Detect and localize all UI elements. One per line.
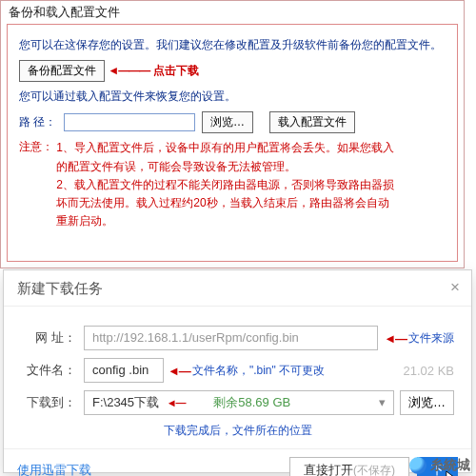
open-button-label: 直接打开 [304, 463, 353, 476]
tab-backup-restore[interactable]: 备份和载入配置文件 [1, 1, 464, 24]
open-button[interactable]: 直接打开(不保存) [289, 457, 409, 476]
dialog-header: 新建下载任务 × [4, 270, 471, 307]
arrow-icon: ◄— [168, 364, 190, 378]
dialog-footer: 使用迅雷下载 直接打开(不保存) 下 [4, 448, 471, 476]
file-size: 21.02 KB [404, 364, 455, 378]
filename-label: 文件名： [21, 362, 76, 379]
config-panel: 备份和载入配置文件 您可以在这保存您的设置。我们建议您在修改配置及升级软件前备份… [0, 0, 465, 268]
restore-text: 您可以通过载入配置文件来恢复您的设置。 [19, 88, 446, 106]
intro-text: 您可以在这保存您的设置。我们建议您在修改配置及升级软件前备份您的配置文件。 [19, 36, 446, 54]
notice-label: 注意： [19, 139, 53, 155]
notice-text: 1、导入配置文件后，设备中原有的用户配置将会丢失。如果您载入的配置文件有误，可能… [56, 139, 399, 230]
chevron-down-icon[interactable]: ▾ [379, 391, 386, 414]
load-config-button[interactable]: 载入配置文件 [269, 111, 355, 133]
dest-label: 下载到： [21, 394, 76, 411]
panel-body: 您可以在这保存您的设置。我们建议您在修改配置及升级软件前备份您的配置文件。 备份… [7, 24, 458, 262]
arrow-icon: ◄— [384, 331, 407, 346]
filename-input[interactable]: config .bin [84, 358, 164, 383]
url-label: 网 址： [21, 329, 76, 347]
arrow-icon: ◄——— [108, 64, 149, 77]
annotation-download: 点击下载 [153, 64, 199, 77]
free-space: 剩余58.69 GB [213, 395, 290, 409]
browse-dest-button[interactable]: 浏览… [400, 390, 454, 415]
annotation-dest: 下载完成后，文件所在的位置 [21, 423, 454, 439]
dialog-title: 新建下载任务 [17, 280, 103, 296]
backup-config-button[interactable]: 备份配置文件 [19, 60, 105, 82]
path-label: 路 径： [19, 114, 61, 130]
annotation-source: 文件来源 [408, 330, 454, 347]
url-input[interactable]: http://192.168.1.1/userRpm/config.bin [84, 326, 378, 350]
watermark: 糸統城 [409, 457, 470, 474]
thunder-link[interactable]: 使用迅雷下载 [17, 462, 91, 476]
open-button-muted: (不保存) [353, 464, 395, 476]
watermark-text: 糸統城 [430, 457, 470, 474]
close-icon[interactable]: × [450, 278, 460, 297]
browse-button[interactable]: 浏览… [202, 111, 253, 133]
path-input[interactable] [64, 113, 195, 131]
dest-input[interactable]: F:\2345下载 ◄— 剩余58.69 GB ▾ [84, 390, 394, 415]
dest-path: F:\2345下载 [92, 395, 159, 409]
download-dialog: 新建下载任务 × 网 址： http://192.168.1.1/userRpm… [3, 269, 472, 473]
notice-block: 注意： 1、导入配置文件后，设备中原有的用户配置将会丢失。如果您载入的配置文件有… [19, 139, 446, 230]
arrow-icon: ◄— [167, 397, 186, 408]
annotation-filename: 文件名称，".bin" 不可更改 [192, 363, 396, 379]
logo-icon [409, 457, 426, 474]
